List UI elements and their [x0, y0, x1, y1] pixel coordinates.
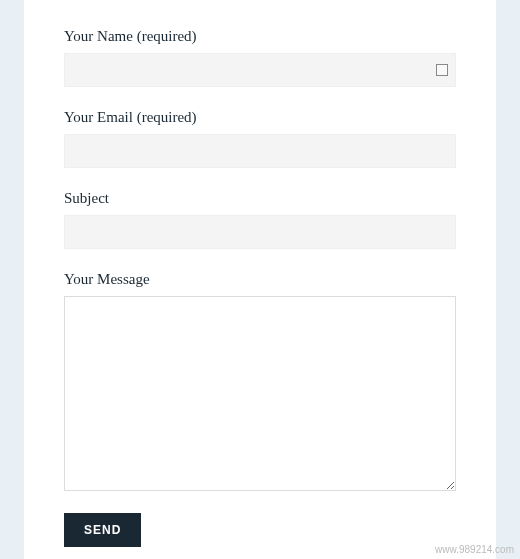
- name-input[interactable]: [64, 53, 456, 87]
- subject-label: Subject: [64, 190, 456, 207]
- message-textarea[interactable]: [64, 296, 456, 491]
- subject-input[interactable]: [64, 215, 456, 249]
- watermark-text: www.989214.com: [435, 544, 514, 555]
- subject-field-group: Subject: [64, 190, 456, 249]
- name-input-wrap: [64, 53, 456, 87]
- name-field-group: Your Name (required): [64, 28, 456, 87]
- message-label: Your Message: [64, 271, 456, 288]
- email-input[interactable]: [64, 134, 456, 168]
- autofill-icon: [436, 64, 448, 76]
- name-label: Your Name (required): [64, 28, 456, 45]
- contact-form-card: Your Name (required) Your Email (require…: [24, 0, 496, 559]
- send-button[interactable]: SEND: [64, 513, 141, 547]
- email-field-group: Your Email (required): [64, 109, 456, 168]
- email-label: Your Email (required): [64, 109, 456, 126]
- message-field-group: Your Message: [64, 271, 456, 495]
- contact-form: Your Name (required) Your Email (require…: [64, 28, 456, 547]
